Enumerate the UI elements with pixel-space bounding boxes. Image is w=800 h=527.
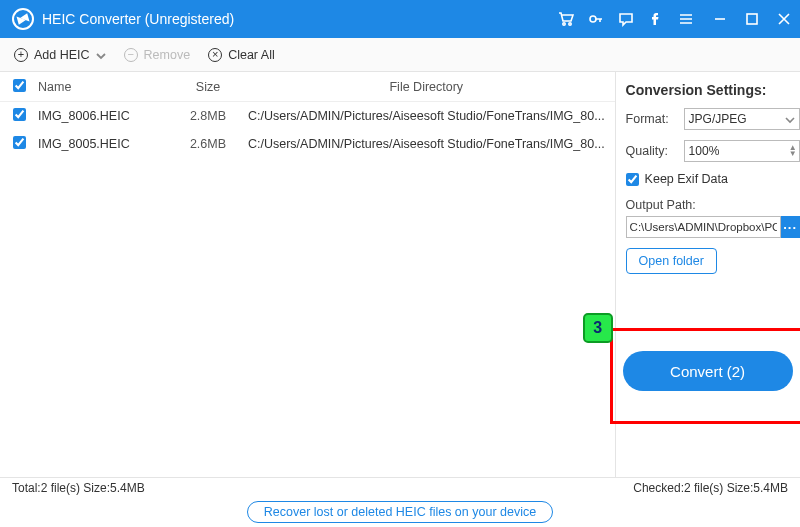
file-name: IMG_8005.HEIC: [38, 137, 168, 151]
titlebar-actions: [558, 11, 694, 27]
svg-rect-3: [747, 14, 757, 24]
annotation-step-badge: 3: [583, 313, 613, 343]
keep-exif-checkbox[interactable]: [626, 173, 639, 186]
svg-point-1: [569, 23, 571, 25]
format-label: Format:: [626, 112, 680, 126]
quality-value: 100%: [689, 144, 720, 158]
clear-icon: ×: [208, 48, 222, 62]
settings-panel: Conversion Settings: Format: JPG/JPEG Qu…: [616, 72, 800, 477]
cart-icon[interactable]: [558, 11, 574, 27]
file-name: IMG_8006.HEIC: [38, 109, 168, 123]
file-list-pane: Name Size File Directory IMG_8006.HEIC 2…: [0, 72, 616, 477]
status-total: Total:2 file(s) Size:5.4MB: [12, 481, 145, 495]
quality-stepper[interactable]: 100% ▲▼: [684, 140, 800, 162]
maximize-button[interactable]: [744, 11, 760, 27]
recover-link[interactable]: Recover lost or deleted HEIC files on yo…: [247, 501, 553, 523]
remove-label: Remove: [144, 48, 191, 62]
svg-point-2: [590, 16, 596, 22]
clear-all-button[interactable]: × Clear All: [208, 48, 275, 62]
keep-exif-label: Keep Exif Data: [645, 172, 728, 186]
menu-icon[interactable]: [678, 11, 694, 27]
status-bar: Total:2 file(s) Size:5.4MB Checked:2 fil…: [0, 477, 800, 497]
format-value: JPG/JPEG: [689, 112, 747, 126]
file-dir: C:/Users/ADMIN/Pictures/Aiseesoft Studio…: [248, 109, 615, 123]
format-row: Format: JPG/JPEG: [626, 108, 800, 130]
toolbar: + Add HEIC − Remove × Clear All: [0, 38, 800, 72]
spinner-arrows-icon: ▲▼: [789, 145, 797, 157]
add-heic-label: Add HEIC: [34, 48, 90, 62]
remove-button: − Remove: [124, 48, 191, 62]
window-controls: [712, 11, 792, 27]
window-title: HEIC Converter (Unregistered): [42, 11, 558, 27]
minus-icon: −: [124, 48, 138, 62]
titlebar: HEIC Converter (Unregistered): [0, 0, 800, 38]
main-area: Name Size File Directory IMG_8006.HEIC 2…: [0, 72, 800, 477]
chevron-down-icon: [785, 114, 795, 124]
output-path-label: Output Path:: [626, 198, 800, 212]
output-path-row: ···: [626, 216, 800, 238]
keep-exif-row: Keep Exif Data: [626, 172, 800, 186]
feedback-icon[interactable]: [618, 11, 634, 27]
add-heic-button[interactable]: + Add HEIC: [14, 48, 106, 62]
col-name: Name: [38, 80, 168, 94]
facebook-icon[interactable]: [648, 11, 664, 27]
clear-all-label: Clear All: [228, 48, 275, 62]
key-icon[interactable]: [588, 11, 604, 27]
footer: Recover lost or deleted HEIC files on yo…: [0, 497, 800, 527]
col-size: Size: [168, 80, 248, 94]
quality-row: Quality: 100% ▲▼: [626, 140, 800, 162]
column-headers: Name Size File Directory: [0, 72, 615, 102]
plus-icon: +: [14, 48, 28, 62]
minimize-button[interactable]: [712, 11, 728, 27]
settings-title: Conversion Settings:: [626, 82, 800, 98]
select-all-checkbox[interactable]: [13, 79, 26, 92]
convert-highlight-box: 3 Convert (2): [610, 328, 800, 424]
col-dir: File Directory: [248, 80, 615, 94]
file-size: 2.6MB: [168, 137, 248, 151]
close-button[interactable]: [776, 11, 792, 27]
file-size: 2.8MB: [168, 109, 248, 123]
table-row[interactable]: IMG_8006.HEIC 2.8MB C:/Users/ADMIN/Pictu…: [0, 102, 615, 130]
format-select[interactable]: JPG/JPEG: [684, 108, 800, 130]
browse-button[interactable]: ···: [781, 216, 800, 238]
file-dir: C:/Users/ADMIN/Pictures/Aiseesoft Studio…: [248, 137, 615, 151]
row-checkbox[interactable]: [13, 108, 26, 121]
open-folder-button[interactable]: Open folder: [626, 248, 717, 274]
output-path-field[interactable]: [626, 216, 781, 238]
convert-button[interactable]: Convert (2): [623, 351, 793, 391]
app-logo-icon: [12, 8, 34, 30]
quality-label: Quality:: [626, 144, 680, 158]
table-row[interactable]: IMG_8005.HEIC 2.6MB C:/Users/ADMIN/Pictu…: [0, 130, 615, 158]
svg-point-0: [563, 23, 565, 25]
status-checked: Checked:2 file(s) Size:5.4MB: [633, 481, 788, 495]
chevron-down-icon: [96, 50, 106, 60]
row-checkbox[interactable]: [13, 136, 26, 149]
